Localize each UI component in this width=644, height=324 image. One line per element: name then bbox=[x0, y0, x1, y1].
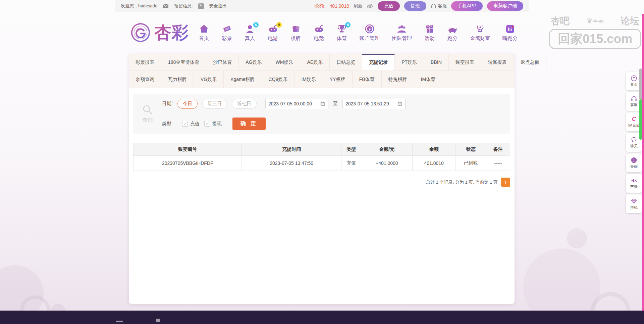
tab[interactable]: FB体育 bbox=[353, 71, 382, 88]
tab[interactable]: Kgame棋牌 bbox=[224, 71, 262, 88]
tab[interactable]: YY棋牌 bbox=[323, 71, 353, 88]
brand-logo[interactable]: 杏彩 bbox=[130, 21, 189, 44]
footer-mark bbox=[156, 319, 160, 322]
gamepad-icon bbox=[314, 24, 324, 34]
scrollbar-thumb[interactable] bbox=[639, 99, 642, 140]
pagination-summary: 总计 1 个记录, 分为 1 页, 当前第 1 页 bbox=[426, 179, 498, 185]
date-from-value: 2023-07-05 00:00:00 bbox=[268, 101, 312, 106]
nav-item-account[interactable]: ¥ 账户管理 bbox=[360, 24, 380, 42]
nav-item-sports[interactable]: N 体育 bbox=[336, 24, 347, 42]
nav-item-cards[interactable]: 棋牌 bbox=[290, 24, 301, 42]
tab-filler bbox=[442, 71, 515, 88]
cell-record-id: 20230705VBBGIHDFDF bbox=[133, 156, 242, 171]
tab[interactable]: 瓦力棋牌 bbox=[161, 71, 194, 88]
column-header: 类型 bbox=[341, 143, 361, 156]
tab[interactable]: AG娱乐 bbox=[239, 54, 269, 71]
person-icon: N bbox=[245, 24, 255, 34]
sidebar-label: 首页 bbox=[630, 82, 638, 87]
type-option-label: 充值 bbox=[190, 121, 200, 127]
page-button-1[interactable]: 1 bbox=[501, 178, 510, 187]
page: 欢迎您，hadesado 预留信息: 安全退出 余额: 401.0010 刷新 … bbox=[0, 0, 644, 324]
tab[interactable]: 余额查询 bbox=[129, 71, 161, 88]
type-checkbox-withdraw[interactable]: 提现 bbox=[204, 121, 222, 127]
sidebar-item-idle[interactable]: 挂机 bbox=[626, 194, 642, 213]
query-label: 查询 bbox=[142, 117, 153, 124]
date-preset-3days[interactable]: 近三日 bbox=[202, 99, 227, 109]
tab[interactable]: IM体育 bbox=[414, 71, 443, 88]
checkbox-icon bbox=[182, 121, 188, 127]
nav-item-home[interactable]: 首页 bbox=[199, 24, 209, 42]
tab[interactable]: 188金宝博体育 bbox=[161, 54, 206, 71]
tab[interactable]: VG娱乐 bbox=[194, 71, 224, 88]
date-from-input[interactable]: 2023-07-05 00:00:00 bbox=[265, 99, 328, 109]
tab[interactable]: 特兔棋牌 bbox=[382, 71, 414, 88]
nav-item-promos[interactable]: 活动 bbox=[424, 24, 435, 42]
date-preset-today[interactable]: 今日 bbox=[177, 99, 198, 109]
calendar-icon[interactable] bbox=[320, 101, 325, 106]
tab[interactable]: 转账报表 bbox=[481, 54, 514, 71]
gift-icon bbox=[424, 24, 435, 34]
nav-item-live[interactable]: N 真人 bbox=[245, 24, 255, 42]
nav-item-lottery[interactable]: 彩票 bbox=[222, 24, 232, 42]
tab-bar-row1: 彩票报表 188金宝博体育 沙巴体育 AG娱乐 WM娱乐 AE娱乐 日结总览 充… bbox=[129, 54, 515, 71]
nav-label: 电竞 bbox=[314, 35, 324, 42]
customer-service-link[interactable]: 客服 bbox=[431, 3, 447, 9]
footer-bar bbox=[0, 311, 644, 324]
nav-item-egames[interactable]: H 电游 bbox=[268, 24, 278, 42]
cell-status: 已到账 bbox=[455, 156, 486, 171]
sidebar-item-question[interactable]: 疑问 bbox=[626, 153, 642, 172]
svg-text:¥: ¥ bbox=[368, 27, 371, 31]
tab[interactable]: PT娱乐 bbox=[395, 54, 424, 71]
date-to-value: 2023-07-05 13:51:29 bbox=[345, 101, 389, 106]
nav-item-jinying[interactable]: 金鹰财富 bbox=[470, 24, 490, 42]
sidebar-label: IM充值 bbox=[628, 123, 640, 128]
nav-label: 电游 bbox=[268, 35, 278, 42]
checkbox-icon bbox=[204, 121, 210, 127]
deposit-button[interactable]: 充值 bbox=[378, 1, 400, 11]
nav-item-paofen[interactable]: 跑分 bbox=[447, 24, 458, 42]
pc-client-button[interactable]: 电脑客户端 bbox=[487, 1, 523, 11]
tab[interactable]: 彩票报表 bbox=[129, 54, 161, 71]
tab[interactable]: WM娱乐 bbox=[269, 54, 301, 71]
tab-active[interactable]: 充提记录 bbox=[362, 54, 395, 71]
scrollbar-track[interactable] bbox=[639, 68, 642, 100]
balance-label: 余额: bbox=[315, 3, 325, 9]
tab[interactable]: 返点总额 bbox=[514, 54, 546, 71]
tab[interactable]: CQ9娱乐 bbox=[262, 71, 295, 88]
tab[interactable]: IM娱乐 bbox=[294, 71, 323, 88]
edit-icon[interactable] bbox=[198, 3, 204, 9]
cell-amount: +401.0000 bbox=[361, 156, 413, 171]
main-nav: 首页 彩票 N 真人 H 电游 bbox=[199, 24, 518, 42]
nav-item-esports[interactable]: 电竞 bbox=[314, 24, 324, 42]
tab[interactable]: 日结总览 bbox=[330, 54, 362, 71]
rhino-icon bbox=[447, 24, 458, 34]
withdraw-button[interactable]: 提现 bbox=[404, 1, 426, 11]
nav-label: 嗨跑分 bbox=[502, 35, 518, 42]
tab[interactable]: AE娱乐 bbox=[300, 54, 330, 71]
arrow-up-circle-icon bbox=[631, 75, 637, 82]
date-preset-7days[interactable]: 近七日 bbox=[232, 99, 257, 109]
mobile-app-button[interactable]: 手机APP bbox=[451, 1, 483, 11]
nav-item-hi-paofen[interactable]: hi 嗨跑分 bbox=[502, 24, 518, 42]
date-to-input[interactable]: 2023-07-05 13:51:29 bbox=[342, 99, 406, 109]
ticket-icon bbox=[222, 24, 232, 34]
refresh-button[interactable]: 刷新 bbox=[354, 3, 362, 9]
tab[interactable]: 账变报表 bbox=[449, 54, 481, 71]
query-section[interactable]: 查询 bbox=[133, 94, 162, 134]
logout-link[interactable]: 安全退出 bbox=[209, 3, 227, 9]
chat-bubble-icon bbox=[631, 136, 637, 143]
nav-label: 体育 bbox=[337, 35, 347, 42]
type-checkbox-deposit[interactable]: 充值 bbox=[182, 121, 200, 127]
confirm-button[interactable]: 确 定 bbox=[232, 118, 266, 130]
envelope-icon[interactable] bbox=[163, 4, 169, 8]
nav-item-team[interactable]: 团队管理 bbox=[392, 24, 412, 42]
tab[interactable]: BBIN bbox=[424, 54, 449, 71]
sidebar-item-sound[interactable]: 声音 bbox=[626, 174, 642, 193]
tab[interactable]: 沙巴体育 bbox=[206, 54, 239, 71]
nav-label: 跑分 bbox=[447, 35, 458, 42]
eye-off-icon[interactable] bbox=[367, 3, 373, 9]
gamepad-icon: H bbox=[268, 24, 278, 34]
home-icon bbox=[199, 24, 209, 34]
calendar-icon[interactable] bbox=[397, 101, 402, 106]
column-header: 备注 bbox=[486, 143, 510, 156]
